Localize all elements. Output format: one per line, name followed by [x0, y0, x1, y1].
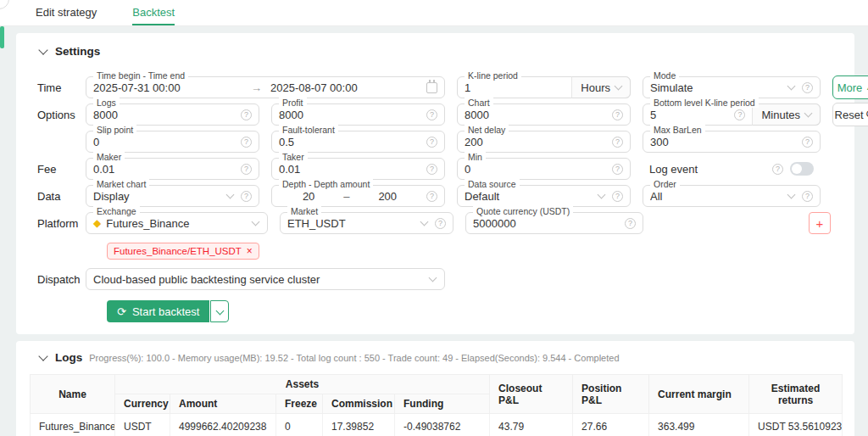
data-source-select[interactable]: Data source Default ?: [457, 185, 631, 207]
time-range-label: Time begin - Time end: [93, 70, 188, 81]
max-barlen-value[interactable]: 300: [650, 136, 796, 148]
dispatch-select[interactable]: Cloud-based public backtesting service c…: [86, 268, 445, 290]
chart-value[interactable]: 8000: [465, 109, 606, 121]
help-icon[interactable]: ?: [241, 137, 252, 148]
chart-label: Chart: [465, 98, 493, 108]
tab-edit-strategy[interactable]: Edit strategy: [36, 0, 97, 25]
settings-header[interactable]: Settings: [16, 45, 854, 58]
help-icon[interactable]: ?: [612, 164, 623, 175]
cell-name: Futures_Binance: [31, 414, 115, 436]
chevron-down-icon: [226, 191, 235, 199]
help-icon[interactable]: ?: [426, 191, 437, 202]
col-position-pnl: Position P&L: [573, 375, 649, 414]
bottom-kline-field[interactable]: Bottom level K-line period 5 ? Minutes: [643, 103, 821, 126]
time-begin-value[interactable]: 2025-07-31 00:00: [93, 81, 242, 94]
slip-point-value[interactable]: 0: [93, 136, 235, 148]
maker-value[interactable]: 0.01: [93, 163, 235, 176]
row-time: Time Time begin - Time end 2025-07-31 00…: [37, 76, 854, 98]
depth-field[interactable]: Depth - Depth amount 20 – 200 ?: [271, 185, 445, 207]
row-options-1: Options Logs 8000 ? Profit 8000 ? Chart …: [37, 103, 854, 126]
net-delay-field[interactable]: Net delay 200 ?: [457, 131, 631, 153]
market-select[interactable]: Market ETH_USDT ?: [280, 212, 453, 234]
help-icon[interactable]: ?: [802, 137, 813, 148]
maker-field[interactable]: Maker 0.01 ?: [86, 158, 259, 180]
help-icon[interactable]: ?: [612, 137, 623, 148]
help-icon[interactable]: ?: [426, 109, 437, 120]
max-barlen-field[interactable]: Max BarLen 300 ?: [643, 131, 821, 153]
mode-value: Simulate: [650, 81, 783, 94]
quote-currency-value[interactable]: 5000000: [473, 217, 619, 230]
log-event-toggle[interactable]: [790, 162, 814, 176]
calendar-icon[interactable]: [426, 82, 437, 93]
help-icon[interactable]: ?: [612, 109, 623, 120]
data-source-label: Data source: [465, 179, 520, 189]
kline-period-field[interactable]: K-line period 1 Hours: [457, 76, 631, 98]
quote-currency-field[interactable]: Quote currency (USDT) 5000000 ?: [465, 212, 643, 234]
help-icon[interactable]: ?: [802, 82, 813, 93]
col-freeze: Freeze: [276, 394, 323, 414]
profit-label: Profit: [279, 98, 307, 108]
col-currency: Currency: [115, 394, 170, 414]
logs-panel: Logs Progress(%): 100.0 - Memory usage(M…: [16, 341, 854, 436]
help-icon[interactable]: ?: [772, 164, 783, 175]
bottom-kline-value[interactable]: 5: [650, 109, 728, 121]
help-icon[interactable]: ?: [426, 164, 437, 175]
col-amount: Amount: [170, 394, 276, 414]
profit-field[interactable]: Profit 8000 ?: [271, 103, 445, 126]
cell-estimated-returns: USDT 53.56109238: [749, 414, 843, 436]
depth-min-value[interactable]: 20: [279, 190, 338, 203]
reset-button[interactable]: Reset ⟳: [832, 103, 868, 126]
range-dash-icon: –: [338, 190, 354, 203]
fault-tolerant-value[interactable]: 0.5: [279, 136, 420, 148]
fault-tolerant-field[interactable]: Fault-tolerant 0.5 ?: [271, 131, 445, 153]
taker-value[interactable]: 0.01: [279, 163, 420, 176]
slip-point-field[interactable]: Slip point 0 ?: [86, 131, 259, 153]
help-icon[interactable]: ?: [426, 137, 437, 148]
pair-tag[interactable]: Futures_Binance/ETH_USDT ×: [107, 243, 259, 260]
min-value[interactable]: 0: [465, 163, 606, 176]
help-icon[interactable]: ?: [734, 109, 745, 120]
help-icon[interactable]: ?: [625, 218, 636, 229]
chevron-down-icon: [804, 109, 813, 118]
tab-backtest[interactable]: Backtest: [132, 0, 175, 25]
mode-select[interactable]: Mode Simulate ?: [643, 76, 821, 98]
kline-period-value[interactable]: 1: [465, 81, 565, 94]
time-end-value[interactable]: 2025-08-07 00:00: [270, 81, 420, 94]
row-dispatch: Dispatch Cloud-based public backtesting …: [37, 268, 854, 290]
settings-form: Time Time begin - Time end 2025-07-31 00…: [16, 76, 854, 322]
help-icon[interactable]: ?: [802, 191, 813, 202]
taker-field[interactable]: Taker 0.01 ?: [271, 158, 445, 180]
scroll-indicator[interactable]: [0, 26, 4, 48]
depth-max-value[interactable]: 200: [355, 190, 421, 203]
min-field[interactable]: Min 0 ?: [457, 158, 631, 180]
time-range-field[interactable]: Time begin - Time end 2025-07-31 00:00 →…: [86, 76, 445, 98]
close-icon[interactable]: ×: [247, 245, 253, 257]
kline-unit-select[interactable]: Hours: [571, 76, 631, 98]
help-icon[interactable]: ?: [241, 164, 252, 175]
logs-header[interactable]: Logs Progress(%): 100.0 - Memory usage(M…: [16, 351, 854, 364]
help-icon[interactable]: ?: [435, 218, 446, 229]
chevron-down-icon: [38, 351, 47, 361]
col-current-margin: Current margin: [649, 375, 749, 414]
start-backtest-dropdown[interactable]: [210, 300, 229, 322]
profit-value[interactable]: 8000: [279, 109, 420, 121]
help-icon[interactable]: ?: [241, 191, 252, 202]
start-backtest-button[interactable]: ⟳ Start backtest: [107, 300, 209, 322]
row-fee: Fee Maker 0.01 ? Taker 0.01 ? Min 0 ? Lo…: [37, 158, 854, 180]
tab-bar: Edit strategy Backtest: [0, 0, 868, 26]
chevron-down-icon: [38, 45, 47, 54]
chevron-down-icon: [252, 218, 260, 226]
logs-field[interactable]: Logs 8000 ?: [86, 103, 259, 126]
add-platform-button[interactable]: +: [809, 212, 831, 234]
start-backtest-label: Start backtest: [132, 305, 199, 318]
help-icon[interactable]: ?: [612, 191, 623, 202]
logs-value[interactable]: 8000: [93, 109, 235, 121]
bottom-kline-unit-select[interactable]: Minutes: [752, 103, 821, 126]
help-icon[interactable]: ?: [241, 109, 252, 120]
more-button[interactable]: More ▲: [832, 75, 868, 99]
market-chart-select[interactable]: Market chart Display ?: [86, 185, 259, 207]
order-select[interactable]: Order All ?: [643, 185, 821, 207]
net-delay-value[interactable]: 200: [465, 136, 606, 148]
exchange-select[interactable]: Exchange ◆ Futures_Binance: [86, 212, 268, 234]
chart-field[interactable]: Chart 8000 ?: [457, 103, 631, 126]
